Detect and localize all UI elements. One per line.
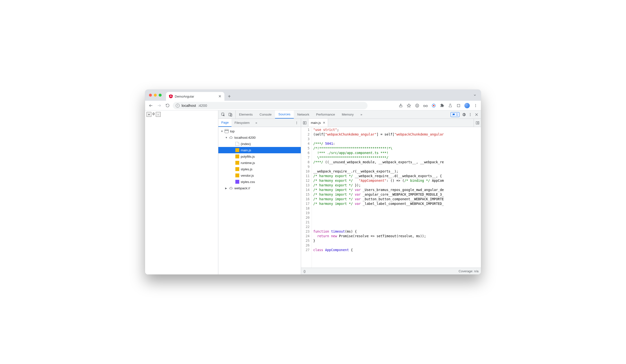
message-count: 1: [456, 113, 458, 116]
code-editor[interactable]: 1234567891011121314151617181920212223242…: [301, 127, 481, 268]
reload-button[interactable]: [164, 103, 170, 109]
forward-button[interactable]: [156, 103, 162, 109]
increment-button[interactable]: +: [147, 112, 151, 117]
tree-label: webpack://: [235, 186, 250, 190]
panel-overflow-icon[interactable]: »: [357, 110, 366, 118]
messages-button[interactable]: 1: [451, 112, 460, 117]
browser-window: DemoAngular ✕ + i localhost:4200: [145, 90, 481, 274]
bookmark-icon[interactable]: [406, 103, 411, 108]
back-button[interactable]: [148, 103, 154, 109]
chevron-right-icon: ▶: [225, 187, 228, 189]
tab-overflow-button[interactable]: [471, 92, 478, 98]
tree-file[interactable]: (index): [218, 141, 301, 147]
inspect-group: [218, 110, 235, 118]
js-file-icon: [235, 161, 239, 165]
tree-file[interactable]: runtime.js: [218, 160, 301, 166]
svg-point-7: [424, 105, 425, 107]
toggle-debugger-icon[interactable]: [474, 119, 481, 127]
browser-toolbar: i localhost:4200: [145, 101, 481, 110]
extension-lens-icon[interactable]: [431, 103, 436, 108]
close-devtools-icon[interactable]: [474, 112, 479, 117]
svg-point-13: [475, 104, 476, 105]
browser-menu-icon[interactable]: [473, 103, 478, 108]
svg-rect-17: [229, 113, 231, 116]
panel-performance[interactable]: Performance: [313, 110, 338, 118]
devtools: Elements Console Sources Network Perform…: [218, 110, 481, 274]
close-tab-icon[interactable]: ✕: [323, 121, 325, 125]
editor-status-bar: {} Coverage: n/a: [301, 268, 481, 274]
navigator-pane: Page Filesystem » ▼ top ▼: [218, 119, 301, 274]
panel-memory[interactable]: Memory: [338, 110, 357, 118]
tree-file[interactable]: styles.css: [218, 179, 301, 185]
browser-tab[interactable]: DemoAngular ✕: [166, 92, 224, 101]
close-window-icon[interactable]: [149, 94, 152, 97]
devtools-tablist: Elements Console Sources Network Perform…: [218, 110, 481, 119]
tree-label: (index): [241, 142, 251, 146]
tree-top[interactable]: ▼ top: [218, 128, 301, 134]
tree-file[interactable]: polyfills.js: [218, 153, 301, 160]
address-bar[interactable]: i localhost:4200: [173, 102, 367, 109]
tree-label: top: [230, 129, 235, 133]
editor-tab[interactable]: main.js ✕: [308, 119, 328, 127]
tab-title: DemoAngular: [175, 95, 194, 98]
settings-icon[interactable]: [462, 112, 466, 117]
js-file-icon: [235, 167, 239, 171]
tab-strip: DemoAngular ✕ +: [145, 90, 481, 101]
panel-console[interactable]: Console: [256, 110, 275, 118]
toolbar-actions: [398, 103, 478, 108]
editor-pane: main.js ✕ 123456789101112131415161718192…: [301, 119, 481, 274]
svg-point-14: [475, 105, 476, 106]
decrement-button[interactable]: -: [156, 112, 161, 117]
toggle-navigator-icon[interactable]: [301, 119, 308, 127]
nav-tab-overflow-icon[interactable]: »: [254, 119, 259, 127]
devtools-menu-icon[interactable]: [468, 112, 473, 117]
navigator-tabs: Page Filesystem »: [218, 119, 301, 127]
tree-origin[interactable]: ▼ localhost:4200: [218, 134, 301, 141]
cloud-icon: [229, 186, 233, 190]
nav-tab-page[interactable]: Page: [218, 119, 232, 127]
panel-elements[interactable]: Elements: [235, 110, 256, 118]
chevron-down-icon: ▼: [221, 130, 223, 133]
nav-tab-filesystem[interactable]: Filesystem: [232, 119, 252, 127]
reading-list-icon[interactable]: [456, 103, 461, 108]
share-icon[interactable]: [398, 103, 403, 108]
svg-point-15: [475, 106, 476, 107]
tree-file[interactable]: styles.js: [218, 166, 301, 172]
incognito-icon[interactable]: [415, 103, 420, 108]
content-area: + 0 - Elements Console Sources Network P…: [145, 110, 481, 274]
svg-point-26: [296, 123, 297, 124]
panel-network[interactable]: Network: [294, 110, 313, 118]
labs-icon[interactable]: [448, 103, 453, 108]
navigator-menu-icon[interactable]: [293, 119, 301, 127]
js-file-icon: [235, 148, 239, 152]
tree-file[interactable]: main.js: [218, 147, 301, 153]
tree-label: vendor.js: [241, 174, 254, 177]
coverage-label: Coverage: n/a: [459, 269, 478, 273]
tree-label: polyfills.js: [241, 155, 255, 158]
new-tab-button[interactable]: +: [226, 93, 233, 100]
pretty-print-button[interactable]: {}: [304, 269, 306, 273]
line-gutter: 1234567891011121314151617181920212223242…: [301, 127, 312, 268]
extensions-icon[interactable]: [439, 103, 444, 108]
minimize-window-icon[interactable]: [154, 94, 157, 97]
counter-value: 0: [152, 112, 155, 116]
profile-avatar[interactable]: [464, 103, 470, 108]
device-toolbar-icon[interactable]: [228, 112, 233, 117]
svg-point-8: [426, 105, 428, 107]
tree-label: styles.js: [241, 167, 252, 171]
close-tab-icon[interactable]: ✕: [218, 94, 222, 99]
panel-sources[interactable]: Sources: [275, 110, 294, 118]
js-file-icon: [235, 174, 239, 177]
tree-file[interactable]: vendor.js: [218, 172, 301, 179]
site-info-icon[interactable]: i: [176, 104, 180, 108]
svg-point-19: [470, 113, 471, 114]
svg-marker-3: [407, 104, 411, 107]
editor-tabs: main.js ✕: [301, 119, 481, 127]
maximize-window-icon[interactable]: [159, 94, 162, 97]
window-controls: [149, 94, 162, 97]
inspect-element-icon[interactable]: [221, 112, 226, 117]
tree-webpack[interactable]: ▶ webpack://: [218, 185, 301, 191]
svg-point-20: [470, 114, 471, 115]
file-icon: [235, 142, 239, 146]
extension-glasses-icon[interactable]: [423, 103, 428, 108]
